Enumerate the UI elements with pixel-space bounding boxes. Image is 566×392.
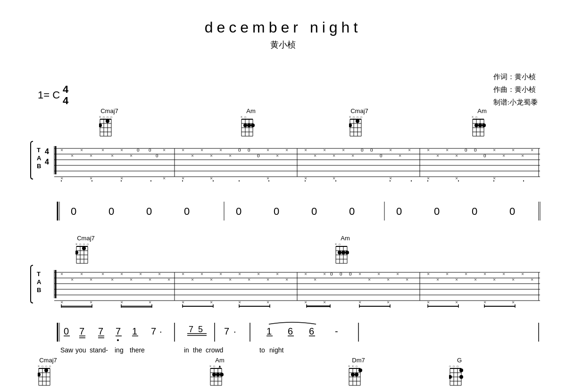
tab-staff-svg-1: T A B 4 4 × × × × <box>28 139 542 181</box>
svg-text:○: ○ <box>213 364 216 368</box>
svg-text:×: × <box>163 175 166 181</box>
svg-text:○: ○ <box>107 115 109 119</box>
svg-text:×: × <box>493 147 496 153</box>
svg-text:×: × <box>111 277 114 282</box>
svg-point-42 <box>349 123 352 127</box>
chord-am-2: Am × ○ <box>472 107 492 139</box>
svg-text:night: night <box>269 346 283 354</box>
svg-text:×: × <box>304 147 307 153</box>
lyricist-line: 作词：黄小桢 <box>493 71 538 83</box>
svg-point-407 <box>358 368 362 372</box>
svg-text:×: × <box>101 271 104 277</box>
svg-text:stand-: stand- <box>90 346 108 354</box>
svg-text:×: × <box>276 153 279 158</box>
svg-text:×: × <box>266 299 269 305</box>
svg-text:×: × <box>427 147 430 153</box>
svg-text:4: 4 <box>45 147 49 155</box>
svg-text:×: × <box>200 147 203 153</box>
svg-text:○: ○ <box>110 115 113 119</box>
song-artist: 黄小桢 <box>0 39 566 50</box>
svg-text:×: × <box>483 271 486 277</box>
svg-text:×: × <box>60 299 63 305</box>
svg-text:×: × <box>436 277 439 282</box>
svg-text:7: 7 <box>224 326 229 336</box>
svg-text:the: the <box>193 346 202 354</box>
svg-text:○: ○ <box>45 364 48 368</box>
svg-text:×: × <box>191 153 194 158</box>
chord-name: Am <box>241 107 261 114</box>
svg-text:×: × <box>285 277 288 282</box>
chord-diagram-svg: × ○ ○ ○ <box>349 114 370 137</box>
chord-cmaj7-1: Cmaj7 × ○ ○ ○ <box>99 107 120 139</box>
svg-text:×: × <box>389 147 392 153</box>
chord-label: G <box>457 357 462 364</box>
svg-text:×: × <box>521 271 524 277</box>
svg-text:T: T <box>37 147 41 154</box>
svg-text:0: 0 <box>64 326 69 336</box>
chord-diagram-svg: × ○ <box>472 114 492 137</box>
svg-text:×: × <box>314 153 316 158</box>
svg-point-392 <box>220 373 224 376</box>
svg-text:B: B <box>37 163 41 170</box>
svg-text:×: × <box>502 271 505 277</box>
svg-text:×: × <box>427 271 430 277</box>
svg-text:×: × <box>248 277 250 282</box>
svg-text:×: × <box>387 299 390 305</box>
svg-text:0: 0 <box>311 205 317 217</box>
svg-text:×: × <box>182 147 184 153</box>
svg-text:×: × <box>483 299 486 305</box>
svg-text:0: 0 <box>137 147 140 153</box>
svg-text:0: 0 <box>248 147 250 153</box>
svg-text:×: × <box>358 299 361 305</box>
svg-text:to: to <box>259 346 265 354</box>
svg-text:×: × <box>257 271 260 277</box>
svg-point-43 <box>356 119 359 123</box>
svg-text:×: × <box>512 299 515 305</box>
svg-text:0: 0 <box>472 205 477 217</box>
svg-point-210 <box>338 251 341 254</box>
svg-point-406 <box>355 373 358 376</box>
svg-text:○: ○ <box>83 242 85 246</box>
svg-text:×: × <box>399 153 401 158</box>
svg-text:○: ○ <box>42 364 44 368</box>
svg-text:×: × <box>163 147 166 153</box>
svg-text:▲: ▲ <box>218 364 222 368</box>
svg-text:×: × <box>352 364 354 368</box>
svg-text:×: × <box>182 271 184 277</box>
arranger-line: 制谱:小龙蜀黍 <box>493 96 538 109</box>
svg-point-211 <box>341 251 345 254</box>
chord-name: Cmaj7 <box>75 235 96 242</box>
svg-text:×: × <box>210 175 213 181</box>
svg-text:×: × <box>90 153 92 158</box>
svg-text:0: 0 <box>149 147 151 153</box>
svg-text:×: × <box>60 175 63 181</box>
svg-text:0: 0 <box>474 147 477 153</box>
svg-text:×: × <box>304 271 307 277</box>
svg-text:×: × <box>266 277 269 282</box>
svg-text:ing: ing <box>115 346 124 354</box>
svg-text:○: ○ <box>357 115 359 119</box>
svg-text:×: × <box>71 153 74 158</box>
svg-text:○: ○ <box>453 364 455 368</box>
svg-text:×: × <box>149 299 151 305</box>
svg-text:0: 0 <box>71 205 76 217</box>
chord-svg: × ○ ○ ○ <box>38 364 58 386</box>
svg-point-197 <box>75 251 78 254</box>
svg-text:·: · <box>233 326 236 336</box>
svg-text:×: × <box>323 147 326 153</box>
svg-text:×: × <box>90 277 92 282</box>
svg-text:0: 0 <box>184 205 190 217</box>
svg-text:×: × <box>358 271 361 277</box>
svg-text:○: ○ <box>87 242 89 246</box>
svg-text:×: × <box>80 147 83 153</box>
svg-text:○: ○ <box>457 364 459 368</box>
svg-text:×: × <box>493 175 496 181</box>
svg-text:×: × <box>266 147 269 153</box>
svg-text:0: 0 <box>108 205 114 217</box>
svg-point-421 <box>459 368 463 372</box>
svg-text:0: 0 <box>465 147 467 153</box>
svg-text:×: × <box>406 277 408 282</box>
svg-text:×: × <box>333 153 335 158</box>
svg-text:0: 0 <box>396 205 402 217</box>
svg-text:7: 7 <box>116 326 121 336</box>
